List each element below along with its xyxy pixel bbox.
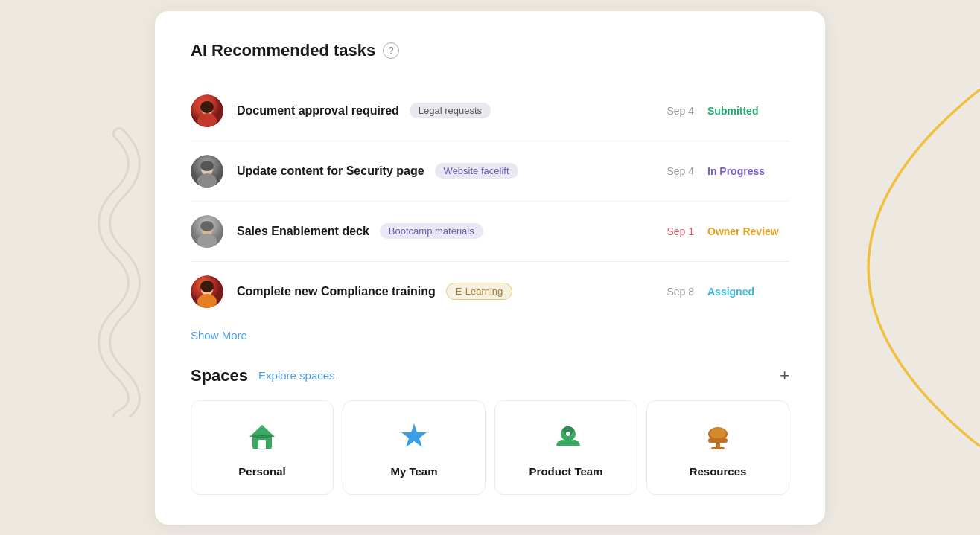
task-tag: Bootcamp materials [380, 223, 483, 239]
table-row[interactable]: Sales Enablement deck Bootcamp materials… [191, 202, 789, 262]
space-card-resources[interactable]: Resources [646, 400, 789, 495]
task-name: Sales Enablement deck [237, 225, 369, 238]
task-tag: Website facelift [435, 163, 518, 179]
explore-spaces-link[interactable]: Explore spaces [258, 369, 335, 382]
section-header: AI Recommended tasks ? [191, 41, 789, 60]
space-card-my-team[interactable]: My Team [343, 400, 486, 495]
svg-point-11 [200, 221, 214, 231]
svg-rect-19 [252, 435, 272, 438]
avatar [191, 155, 223, 188]
arc-decoration [816, 82, 980, 454]
avatar [191, 94, 223, 127]
show-more-button[interactable]: Show More [191, 329, 247, 342]
task-status: Assigned [707, 286, 789, 298]
avatar [191, 215, 223, 248]
space-card-personal[interactable]: Personal [191, 400, 334, 495]
task-date: Sep 8 [666, 286, 694, 298]
space-label-resources: Resources [690, 465, 747, 478]
space-label-personal: Personal [238, 465, 285, 478]
task-tag: E-Learning [446, 283, 513, 300]
resources-icon [704, 422, 732, 455]
spaces-grid: Personal My Team Product Team [191, 400, 789, 495]
help-icon[interactable]: ? [383, 42, 399, 59]
task-status: Owner Review [707, 225, 789, 237]
space-card-product-team[interactable]: Product Team [494, 400, 637, 495]
task-list: Document approval required Legal request… [191, 81, 789, 321]
svg-marker-20 [401, 423, 427, 447]
svg-point-7 [200, 161, 214, 171]
task-date: Sep 4 [666, 165, 694, 177]
svg-point-15 [200, 281, 214, 292]
svg-rect-18 [258, 440, 266, 449]
main-card: AI Recommended tasks ? Docum [155, 11, 825, 525]
svg-point-26 [710, 428, 726, 438]
svg-point-23 [566, 432, 570, 436]
table-row[interactable]: Complete new Compliance training E-Learn… [191, 262, 789, 321]
personal-icon [248, 422, 276, 455]
space-label-product-team: Product Team [529, 465, 603, 478]
svg-rect-28 [711, 447, 725, 449]
avatar [191, 275, 223, 308]
task-name: Document approval required [237, 104, 399, 118]
spaces-title: Spaces [191, 366, 248, 385]
table-row[interactable]: Document approval required Legal request… [191, 81, 789, 141]
task-status: Submitted [707, 105, 789, 117]
my-team-icon [400, 422, 428, 455]
table-row[interactable]: Update content for Security page Website… [191, 141, 789, 202]
task-date: Sep 1 [666, 225, 694, 237]
spaces-header: Spaces Explore spaces + [191, 366, 789, 385]
task-name: Complete new Compliance training [237, 285, 436, 298]
task-tag: Legal requests [410, 103, 491, 118]
svg-marker-17 [249, 425, 275, 437]
space-label-my-team: My Team [390, 465, 437, 478]
svg-point-3 [200, 101, 214, 113]
add-space-button[interactable]: + [780, 368, 789, 384]
task-status: In Progress [707, 165, 789, 177]
task-date: Sep 4 [666, 105, 694, 117]
task-name: Update content for Security page [237, 164, 424, 178]
section-title-text: AI Recommended tasks [191, 41, 375, 60]
product-team-icon [552, 422, 580, 455]
